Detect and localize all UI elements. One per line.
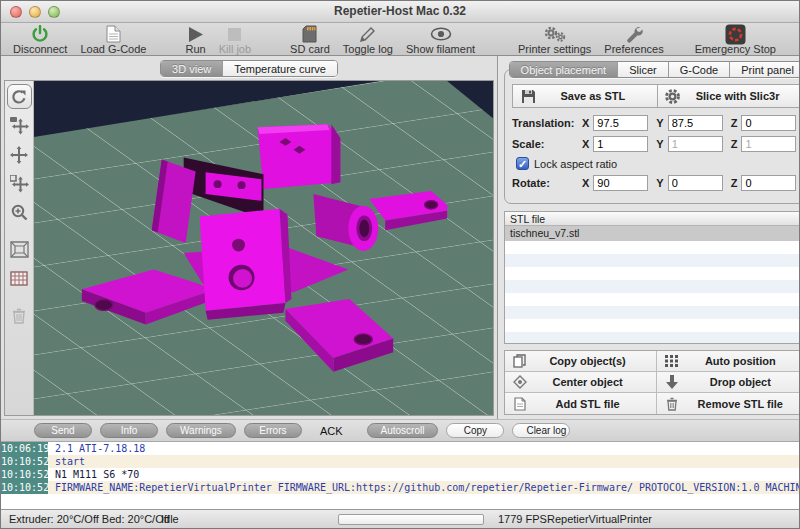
log-output: 10:06:19 2.1 ATI-7.18.18 10:10:52 start … [1,442,799,509]
translation-y-input[interactable] [668,115,723,131]
empty-row [505,306,800,319]
run-button[interactable]: Run [185,24,205,55]
center-object-button[interactable]: Center object [505,372,657,393]
minimize-window-button[interactable] [29,6,41,18]
log-entry: 10:10:52 N1 M111 S6 *70 [1,468,799,481]
rotate-x-input[interactable] [593,175,648,191]
tab-temperature-curve[interactable]: Temperature curve [223,61,337,76]
log-timestamp: 10:10:52 [1,481,48,494]
viewport-tool-column [5,81,34,415]
translation-z-input[interactable] [741,115,796,131]
translation-x-input[interactable] [593,115,648,131]
tab-print-panel[interactable]: Print panel [730,62,800,77]
lock-aspect-ratio-label: Lock aspect ratio [534,158,617,170]
empty-row [505,332,800,344]
ack-label: ACK [320,425,343,437]
perspective-view-tool[interactable] [7,237,32,262]
move-view-tool[interactable] [7,142,32,167]
left-pane: 3D view Temperature curve [1,56,498,419]
stl-file-list: STL file tischneu_v7.stl [504,211,800,344]
fps-counter: 1779 FPS [498,513,547,525]
temperature-status: Extruder: 20°C/Off Bed: 20°C/Off [9,513,170,525]
play-icon [187,25,204,43]
tab-3d-view[interactable]: 3D view [161,61,223,76]
remove-stl-file-button[interactable]: Remove STL file [657,393,800,414]
scale-z-input[interactable] [741,136,796,152]
empty-row [505,280,800,293]
rotate-view-tool[interactable] [7,84,32,109]
delete-object-tool[interactable] [7,303,32,328]
log-toolbar: Send Info Warnings Errors ACK Autoscroll… [1,419,799,442]
gears-icon [542,25,567,43]
lock-aspect-ratio-checkbox[interactable] [516,157,529,170]
show-filament-button[interactable]: Show filament [406,24,475,55]
placement-group: Save as STL Slice with Slic3r Translatio… [504,69,800,204]
disconnect-button[interactable]: Disconnect [13,24,67,55]
log-timestamp: 10:06:19 [1,442,48,455]
trash-icon [657,397,687,411]
clear-log-button[interactable]: Clear log [512,423,570,438]
zoom-tool[interactable] [7,200,32,225]
down-arrow-icon [657,375,687,389]
printer-settings-button[interactable]: Printer settings [518,24,591,55]
floppy-disk-icon [513,89,543,104]
kill-job-button[interactable]: Kill job [219,24,251,55]
tab-object-placement[interactable]: Object placement [510,62,619,77]
tab-gcode[interactable]: G-Code [669,62,731,77]
auto-position-button[interactable]: Auto position [657,351,800,372]
slice-with-slic3r-button[interactable]: Slice with Slic3r [657,85,800,107]
toggle-log-button[interactable]: Toggle log [343,24,393,55]
eye-icon [430,25,452,43]
move-object-tool[interactable] [7,171,32,196]
emergency-stop-button[interactable]: Emergency Stop [695,24,776,55]
scale-x-input[interactable] [593,136,648,152]
center-icon [505,375,535,389]
document-icon [106,25,121,43]
log-filter-errors[interactable]: Errors [244,423,302,438]
rotate-row: Rotate: X Y Z [512,175,800,191]
wrench-icon [625,25,644,43]
stl-list-header: STL file [505,212,800,226]
autoscroll-toggle[interactable]: Autoscroll [367,423,439,438]
scale-row: Scale: X Y Z [512,136,800,152]
drop-object-button[interactable]: Drop object [657,372,800,393]
stop-icon [227,25,242,43]
scale-y-input[interactable] [668,136,723,152]
rotate-z-input[interactable] [741,175,796,191]
add-stl-file-button[interactable]: Add STL file [505,393,657,414]
sd-card-button[interactable]: SD card [290,24,330,55]
load-gcode-button[interactable]: Load G-Code [80,24,146,55]
log-pane: Send Info Warnings Errors ACK Autoscroll… [1,419,799,509]
empty-row [505,254,800,267]
log-entry: 10:10:52 FIRMWARE_NAME:RepetierVirtualPr… [1,481,799,494]
empty-row [505,267,800,280]
close-window-button[interactable] [10,6,22,18]
log-filter-send[interactable]: Send [34,423,92,438]
copy-objects-button[interactable]: Copy object(s) [505,351,657,372]
gear-icon [658,88,688,105]
show-bed-grid-tool[interactable] [7,266,32,291]
add-file-icon [505,397,535,411]
log-timestamp: 10:10:52 [1,455,48,468]
translation-row: Translation: X Y Z [512,115,800,131]
stl-file-row[interactable]: tischneu_v7.stl [505,226,800,241]
zoom-window-button[interactable] [48,6,60,18]
empty-row [505,241,800,254]
titlebar: Repetier-Host Mac 0.32 [1,1,799,23]
active-printer-name: RepetierVirtualPrinter [547,513,652,525]
right-pane: Object placement Slicer G-Code Print pan… [498,56,800,419]
right-tab-strip: Object placement Slicer G-Code Print pan… [509,61,800,78]
copy-log-button[interactable]: Copy [446,423,504,438]
object-actions: Copy object(s) Auto position Center obje… [504,350,800,415]
preferences-button[interactable]: Preferences [604,24,663,55]
save-as-stl-button[interactable]: Save as STL [513,85,657,107]
log-filter-warnings[interactable]: Warnings [166,423,236,438]
3d-scene [34,81,493,415]
viewport-3d[interactable] [34,81,493,415]
power-icon [30,25,50,43]
status-bar: Extruder: 20°C/Off Bed: 20°C/Off Idle 17… [1,509,799,528]
tab-slicer[interactable]: Slicer [618,62,669,77]
rotate-y-input[interactable] [668,175,723,191]
log-filter-info[interactable]: Info [100,423,158,438]
move-viewpoint-tool[interactable] [7,113,32,138]
